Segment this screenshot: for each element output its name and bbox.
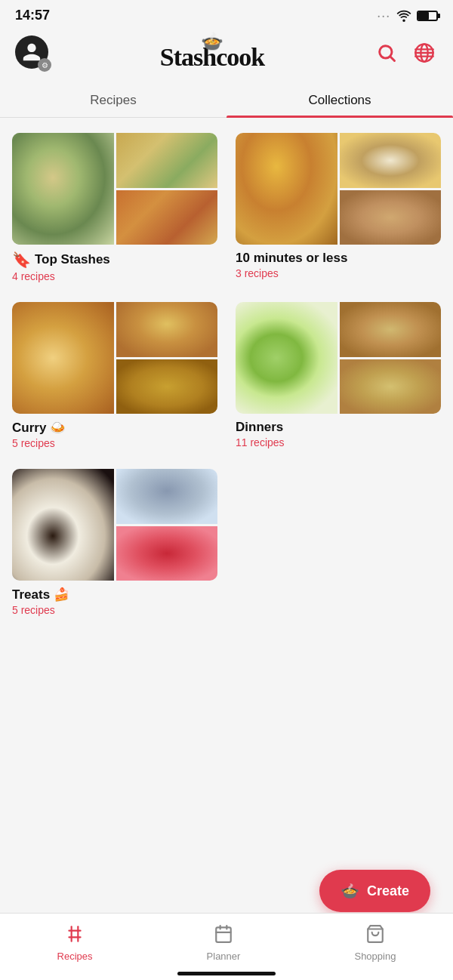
header-actions	[373, 39, 438, 69]
create-icon: 🍲	[341, 882, 359, 900]
nav-icon-recipes	[65, 924, 85, 948]
collection-thumb-1	[116, 133, 218, 188]
collection-name: 🔖 Top Stashes	[12, 251, 110, 269]
collection-thumb-1	[340, 302, 442, 357]
gear-badge: ⚙	[38, 58, 51, 72]
collection-thumb-2	[116, 526, 218, 581]
collection-thumb-1	[116, 302, 218, 357]
collection-images	[12, 469, 217, 581]
bottom-nav: Recipes Planner Shopping	[0, 913, 453, 980]
home-indicator	[177, 972, 276, 975]
collection-info: 🔖 Top Stashes 4 recipes	[12, 245, 217, 284]
svg-line-1	[390, 57, 394, 60]
collection-card-top-stashes[interactable]: 🔖 Top Stashes 4 recipes	[12, 133, 217, 284]
collection-card-treats[interactable]: Treats 🍰 5 recipes	[12, 469, 217, 618]
collections-grid: 🔖 Top Stashes 4 recipes 10 minutes or le…	[0, 118, 453, 633]
nav-item-recipes[interactable]: Recipes	[42, 921, 108, 965]
collection-main-image	[236, 133, 337, 245]
collection-name: Dinners	[236, 420, 285, 435]
collection-count: 5 recipes	[12, 604, 69, 616]
tab-recipes[interactable]: Recipes	[0, 82, 226, 117]
create-button[interactable]: 🍲 Create	[319, 870, 430, 912]
collection-card-curry[interactable]: Curry 🍛 5 recipes	[12, 302, 217, 451]
collection-count: 5 recipes	[12, 437, 66, 449]
nav-icon-planner	[214, 924, 233, 948]
tab-collections[interactable]: Collections	[226, 82, 453, 117]
collection-count: 4 recipes	[12, 270, 110, 282]
pot-emoji: 🍲	[201, 31, 223, 52]
dots-icon: ●●●	[378, 14, 391, 18]
collection-name: Curry 🍛	[12, 420, 66, 436]
collection-main-image	[12, 469, 114, 581]
collection-images	[12, 302, 217, 414]
svg-rect-11	[216, 927, 231, 942]
status-time: 14:57	[15, 8, 50, 23]
nav-label-planner: Planner	[207, 951, 241, 962]
bookmark-icon: 🔖	[12, 251, 31, 269]
status-bar: 14:57 ●●●	[0, 0, 453, 28]
wifi-icon	[396, 10, 412, 22]
collection-thumb-1	[116, 469, 218, 524]
nav-label-shopping: Shopping	[354, 951, 396, 962]
collection-thumb-2	[340, 190, 442, 245]
collection-images	[236, 302, 441, 414]
collection-thumb-2	[340, 359, 442, 414]
avatar-container[interactable]: ⚙	[15, 35, 51, 72]
nav-item-shopping[interactable]: Shopping	[339, 921, 411, 965]
logo-wrapper: 🍲 Stashcook	[160, 37, 264, 70]
collection-card-10-minutes[interactable]: 10 minutes or less 3 recipes	[236, 133, 441, 284]
create-label: Create	[367, 883, 409, 899]
collection-thumb-2	[116, 190, 218, 245]
collection-main-image	[236, 302, 337, 414]
collection-thumb-2	[116, 359, 218, 414]
status-icons: ●●●	[378, 10, 438, 22]
collection-thumb-1	[340, 133, 442, 188]
collection-name: 10 minutes or less	[236, 251, 347, 266]
collection-count: 11 recipes	[236, 436, 285, 448]
battery-icon	[417, 11, 438, 21]
collection-info: Curry 🍛 5 recipes	[12, 414, 217, 451]
collection-info: 10 minutes or less 3 recipes	[236, 245, 441, 281]
collection-info: Dinners 11 recipes	[236, 414, 441, 450]
collection-images	[12, 133, 217, 245]
collection-info: Treats 🍰 5 recipes	[12, 581, 217, 618]
collection-main-image	[12, 133, 114, 245]
collection-main-image	[12, 302, 114, 414]
globe-button[interactable]	[411, 39, 438, 69]
collection-name: Treats 🍰	[12, 587, 69, 602]
tabs: Recipes Collections	[0, 82, 453, 118]
collection-card-dinners[interactable]: Dinners 11 recipes	[236, 302, 441, 451]
collection-count: 3 recipes	[236, 267, 347, 279]
collection-images	[236, 133, 441, 245]
search-button[interactable]	[373, 39, 400, 69]
header: ⚙ 🍲 Stashcook	[0, 28, 453, 82]
nav-icon-shopping	[365, 924, 385, 948]
nav-label-recipes: Recipes	[57, 951, 93, 962]
nav-item-planner[interactable]: Planner	[192, 921, 256, 965]
